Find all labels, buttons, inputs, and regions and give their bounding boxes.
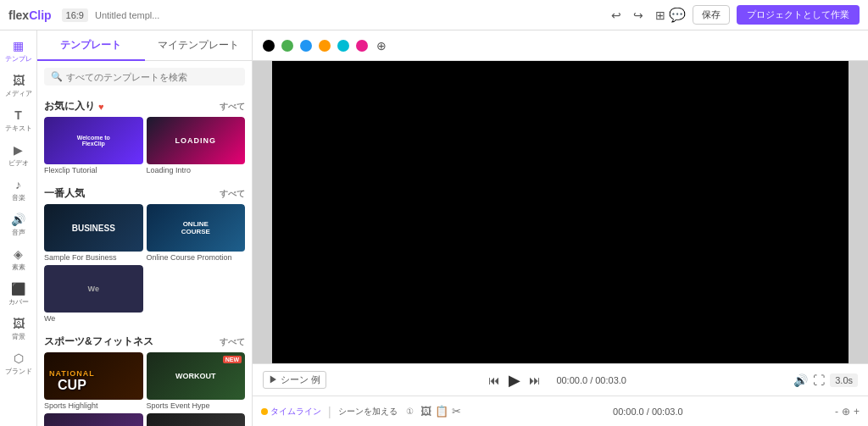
brand-icon: ⬡ — [14, 351, 24, 365]
scene-button[interactable]: ▶ シーン 例 — [263, 371, 326, 389]
template-label: Loading Intro — [147, 166, 246, 174]
timeline-icon-copy[interactable]: 📋 — [435, 405, 448, 418]
playback-bar: ▶ シーン 例 ⏮ ▶ ⏭ 00:00.0 / 00:03.0 🔊 ⛶ 3.0s — [253, 363, 868, 396]
skip-forward-button[interactable]: ⏭ — [527, 372, 542, 389]
sidebar-item-text[interactable]: T テキスト — [0, 103, 36, 138]
see-all-favorites[interactable]: すべて — [220, 101, 245, 113]
duration-badge: 3.0s — [830, 373, 858, 387]
template-label: Flexclip Tutorial — [44, 166, 143, 174]
cover-icon: ⬛ — [11, 282, 25, 296]
template-label: Sports Event Hype — [147, 401, 246, 410]
zoom-in-button[interactable]: + — [854, 406, 860, 418]
timeline-icons: 🖼 📋 ✂ — [420, 405, 461, 418]
timeline-button[interactable]: タイムライン — [261, 406, 321, 418]
timeline-btn-label: タイムライン — [270, 406, 321, 418]
chat-icon[interactable]: 💬 — [669, 7, 686, 23]
template-item[interactable]: ONLINECOURSE Online Course Promotion — [147, 204, 246, 262]
see-all-popular[interactable]: すべて — [220, 188, 245, 200]
scene-count: ① — [406, 407, 414, 416]
logo-flex-text: flex — [8, 8, 29, 22]
color-dot-black[interactable] — [263, 40, 275, 52]
template-label: Online Course Promotion — [147, 253, 246, 262]
template-item[interactable]: Sport — [147, 413, 246, 426]
color-dot-orange[interactable] — [319, 40, 331, 52]
top-right-actions: 💬 保存 プロジェクトとして作業 — [669, 5, 860, 25]
sidebar-item-template[interactable]: ▦ テンプレ — [0, 34, 36, 69]
media-icon: 🖼 — [13, 74, 25, 87]
sidebar-item-brand-label: ブランド — [5, 367, 32, 376]
popular-grid: BUSINESS Sample For Business ONLINECOURS… — [44, 204, 245, 323]
tab-template[interactable]: テンプレート — [37, 31, 145, 61]
template-item[interactable]: We We — [44, 265, 143, 323]
sound-icon: 🔊 — [11, 213, 25, 226]
sidebar-item-template-label: テンプレ — [5, 54, 32, 64]
template-icon: ▦ — [13, 39, 24, 53]
play-button[interactable]: ▶ — [507, 369, 522, 391]
add-color-icon[interactable]: ⊕ — [376, 39, 387, 53]
sidebar-item-media[interactable]: 🖼 メディア — [0, 69, 36, 103]
sidebar-item-music-label: 音楽 — [12, 193, 25, 202]
template-item-cup[interactable]: NATIONAL CUP Sports Highlight — [44, 352, 143, 410]
template-thumb-online: ONLINECOURSE — [147, 204, 246, 252]
template-panel: テンプレート マイテンプレート 🔍 お気に入り ♥ すべて Welcome to… — [37, 30, 253, 426]
sidebar-item-brand[interactable]: ⬡ ブランド — [0, 346, 36, 381]
template-thumb-fitness: Fitness — [44, 413, 143, 426]
color-dot-cyan[interactable] — [337, 40, 349, 52]
timeline-time: 00:00.0 / 00:03.0 — [468, 407, 828, 417]
template-thumb-sport2 — [147, 413, 246, 426]
template-item[interactable]: WORKOUT NEW Sports Event Hype — [147, 352, 246, 410]
template-thumb-workout: WORKOUT NEW — [147, 352, 246, 400]
section-popular: 一番人気 すべて — [44, 180, 245, 204]
template-scroll[interactable]: お気に入り ♥ すべて Welcome toFlexClip Flexclip … — [37, 92, 252, 426]
skip-back-button[interactable]: ⏮ — [487, 372, 502, 389]
sidebar-item-cover[interactable]: ⬛ カバー — [0, 277, 36, 312]
project-button[interactable]: プロジェクトとして作業 — [737, 5, 860, 25]
color-dot-blue[interactable] — [300, 40, 312, 52]
color-dot-pink[interactable] — [356, 40, 368, 52]
template-item[interactable]: LOADING Loading Intro — [147, 117, 246, 174]
section-favorites-label: お気に入り — [44, 99, 95, 113]
tab-my-template[interactable]: マイテンプレート — [145, 31, 253, 61]
search-input[interactable] — [66, 72, 238, 82]
sidebar-item-video[interactable]: ▶ ビデオ — [0, 138, 36, 173]
timeline-dot — [261, 408, 268, 415]
template-item[interactable]: BUSINESS Sample For Business — [44, 204, 143, 262]
main-layout: ▦ テンプレ 🖼 メディア T テキスト ▶ ビデオ ♪ 音楽 🔊 音声 ◈ 素… — [0, 30, 868, 426]
template-label: Sports Highlight — [44, 401, 143, 410]
sidebar-item-element[interactable]: ◈ 素素 — [0, 242, 36, 277]
volume-icon[interactable]: 🔊 — [793, 373, 808, 387]
template-thumb-flexclip: Welcome toFlexClip — [44, 117, 143, 164]
search-box[interactable]: 🔍 — [44, 68, 245, 86]
timeline-icon-image[interactable]: 🖼 — [420, 405, 431, 418]
add-scene-button[interactable]: シーンを加える — [338, 406, 398, 418]
sidebar-item-sound[interactable]: 🔊 音声 — [0, 207, 36, 242]
section-favorites: お気に入り ♥ すべて — [44, 92, 245, 117]
expand-icon[interactable]: ⛶ — [813, 373, 825, 387]
save-button[interactable]: 保存 — [693, 5, 730, 25]
grid-button[interactable]: ⊞ — [652, 7, 669, 24]
sports-grid: NATIONAL CUP Sports Highlight WORKOUT NE… — [44, 352, 245, 426]
editor-area: ⊕ ▶ シーン 例 ⏮ ▶ ⏭ 00:00.0 / 00:03.0 🔊 ⛶ 3.… — [253, 30, 868, 426]
see-all-sports[interactable]: すべて — [220, 336, 245, 348]
color-dot-green[interactable] — [281, 40, 293, 52]
sidebar-item-element-label: 素素 — [12, 263, 25, 272]
redo-button[interactable]: ↪ — [630, 7, 647, 24]
template-item[interactable]: Welcome toFlexClip Flexclip Tutorial — [44, 117, 143, 174]
music-icon: ♪ — [15, 178, 21, 191]
section-sports: スポーツ&フィットネス すべて — [44, 328, 245, 352]
sidebar-item-cover-label: カバー — [8, 297, 29, 307]
zoom-icon-button[interactable]: ⊕ — [842, 406, 850, 418]
sidebar-item-music[interactable]: ♪ 音楽 — [0, 173, 36, 207]
search-area: 🔍 — [37, 61, 252, 92]
text-icon: T — [14, 108, 22, 122]
undo-button[interactable]: ↩ — [608, 7, 625, 24]
template-tabs: テンプレート マイテンプレート — [37, 30, 252, 61]
timeline-icon-cut[interactable]: ✂ — [452, 405, 461, 418]
template-item[interactable]: Fitness Fitness S... — [44, 413, 143, 426]
sidebar-item-background[interactable]: 🖼 背景 — [0, 312, 36, 346]
timeline-separator: | — [328, 405, 331, 418]
aspect-ratio-badge: 16:9 — [62, 8, 88, 22]
logo: flexClip — [8, 8, 52, 22]
zoom-out-button[interactable]: - — [835, 406, 838, 418]
template-thumb-we: We — [44, 265, 143, 313]
